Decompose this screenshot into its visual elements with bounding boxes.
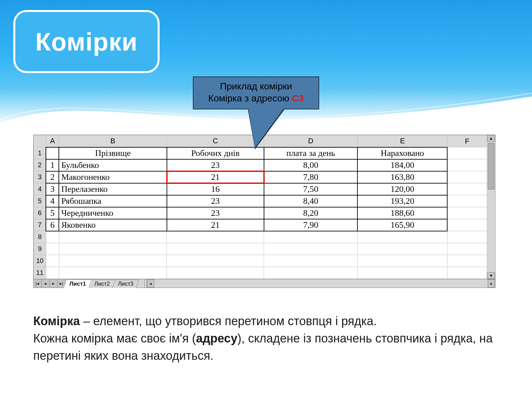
cell[interactable]: Прізвище [59,147,167,159]
cell[interactable]: Рябошапка [59,195,167,207]
cell[interactable]: Перелазенко [59,183,167,195]
cell[interactable]: Макогоненко [59,171,167,183]
cell[interactable]: Нараховано [357,147,447,159]
cell[interactable] [447,255,487,267]
scroll-up-icon[interactable]: ▲ [487,135,495,142]
cell[interactable]: Бульбенко [59,159,167,171]
row-header[interactable]: 4 [34,183,46,195]
col-header-F[interactable]: F [447,135,487,147]
cell[interactable] [46,147,59,159]
cell[interactable] [447,231,487,243]
cell[interactable]: 8,40 [264,195,357,207]
cell[interactable] [447,183,487,195]
cell[interactable]: Яковенко [59,219,167,231]
callout-line2: Комірка з адресою C3 [200,92,313,104]
cell[interactable]: 188,60 [357,207,447,219]
cell[interactable] [46,267,59,279]
cell[interactable] [167,243,264,255]
cell[interactable] [46,255,59,267]
cell[interactable]: 7,50 [264,183,357,195]
col-header-A[interactable]: A [46,135,59,147]
sheet-tab[interactable]: Лист1 [64,280,92,288]
cell[interactable] [447,207,487,219]
cell[interactable] [167,267,264,279]
cell[interactable]: 163,80 [357,171,447,183]
horizontal-scrollbar[interactable]: ◂ ▸ [144,279,495,288]
cell[interactable] [357,267,447,279]
next-sheet-icon[interactable]: ▸ [50,279,58,288]
cell[interactable]: 8,00 [264,159,357,171]
cell[interactable]: 3 [46,183,59,195]
cell[interactable] [264,243,357,255]
cell[interactable]: 23 [167,195,264,207]
col-header-E[interactable]: E [357,135,447,147]
cell[interactable] [264,267,357,279]
vertical-scrollbar[interactable]: ▲ ▼ [487,135,495,279]
first-sheet-icon[interactable]: |◂ [34,279,42,288]
cell[interactable] [447,243,487,255]
cell[interactable] [447,267,487,279]
cell[interactable]: Чередниченко [59,207,167,219]
cell[interactable]: 120,00 [357,183,447,195]
cell[interactable] [447,171,487,183]
cell[interactable]: 7,80 [264,171,357,183]
cell[interactable]: 8,20 [264,207,357,219]
splitter[interactable] [144,279,147,288]
prev-sheet-icon[interactable]: ◂ [42,279,50,288]
row-header[interactable]: 7 [34,219,46,231]
cell[interactable]: 4 [46,195,59,207]
cell[interactable]: 21 [167,219,264,231]
cell[interactable] [46,231,59,243]
cell[interactable] [447,147,487,159]
cell[interactable] [264,255,357,267]
row-header[interactable]: 8 [34,231,46,243]
cell[interactable] [59,255,167,267]
cell[interactable]: 193,20 [357,195,447,207]
scroll-track[interactable] [487,142,495,272]
row-header[interactable]: 1 [34,147,46,159]
cell[interactable]: 1 [46,159,59,171]
cell[interactable] [167,255,264,267]
scroll-left-icon[interactable]: ◂ [147,279,154,288]
cell[interactable] [264,231,357,243]
cell[interactable] [357,255,447,267]
cell[interactable] [357,243,447,255]
scroll-down-icon[interactable]: ▼ [487,272,495,279]
cell[interactable]: 23 [167,159,264,171]
cell[interactable]: 184,00 [357,159,447,171]
callout-pointer [241,103,284,151]
cell[interactable]: 165,90 [357,219,447,231]
cell[interactable]: 23 [167,207,264,219]
spreadsheet-grid[interactable]: A B C D E F 1 Прізвище Робочих днів плат… [34,135,487,279]
sheet-tab[interactable]: Лист2 [89,280,116,288]
cell[interactable]: Робочих днів [167,147,264,159]
cell[interactable]: 2 [46,171,59,183]
cell[interactable] [59,243,167,255]
row-header[interactable]: 10 [34,255,46,267]
cell[interactable]: 7,90 [264,219,357,231]
cell[interactable] [167,231,264,243]
cell[interactable]: 6 [46,219,59,231]
row-header[interactable]: 11 [34,267,46,279]
row-header[interactable]: 2 [34,159,46,171]
cell[interactable] [447,159,487,171]
cell[interactable] [59,231,167,243]
cell[interactable]: 16 [167,183,264,195]
col-header-B[interactable]: B [59,135,167,147]
cell[interactable] [447,219,487,231]
scroll-thumb[interactable] [488,143,494,190]
sheet-tab[interactable]: Лист3 [112,280,139,288]
cell[interactable] [46,243,59,255]
cell[interactable]: 5 [46,207,59,219]
scroll-track[interactable] [154,279,488,288]
scroll-right-icon[interactable]: ▸ [488,279,495,288]
row-header[interactable]: 3 [34,171,46,183]
row-header[interactable]: 5 [34,195,46,207]
row-header[interactable]: 6 [34,207,46,219]
select-all-corner[interactable] [34,135,46,147]
cell-highlighted[interactable]: 21 [167,171,264,183]
cell[interactable] [357,231,447,243]
cell[interactable] [447,195,487,207]
row-header[interactable]: 9 [34,243,46,255]
cell[interactable] [59,267,167,279]
